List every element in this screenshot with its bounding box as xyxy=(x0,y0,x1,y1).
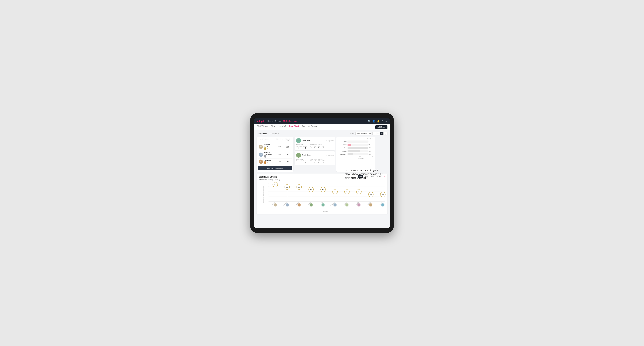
tournament-stat: Tournament 7 xyxy=(296,160,302,163)
card-view-icon[interactable]: ☰ xyxy=(380,132,384,135)
player-card: JC Josh Coles 26 Aug 2023 Total Rounds T… xyxy=(295,151,335,165)
player-name-col: Richard Butler 1 ♥ xyxy=(264,144,273,150)
list-view-icon[interactable]: ≡ xyxy=(376,132,380,135)
practice-stat: Practice 2 xyxy=(304,160,307,163)
app-stat: APP 0 xyxy=(314,160,316,163)
svg-text:5x: 5x xyxy=(310,189,312,190)
rank-badge: 1 xyxy=(264,147,266,150)
avatar: RB xyxy=(296,138,301,143)
col-pb-score: PB SCORE xyxy=(276,138,284,141)
three-col-layout: PLAYER NAME PB SCORE PB AVG SQ RB Richar… xyxy=(256,137,388,172)
player-name-col: Edward Crossman 2 xyxy=(264,152,273,158)
view-leaderboard-button[interactable]: View Full Leaderboard xyxy=(258,166,292,170)
svg-text:M: M xyxy=(358,205,359,206)
streaks-chart: Best Streak, Fairway Accuracy765432107xE… xyxy=(266,182,385,210)
nav-my-performance[interactable]: My Performance xyxy=(283,120,297,123)
team-controls: Show Last 3 months ⋮ ≡ ☰ ◫ xyxy=(350,132,388,135)
svg-text:D: D xyxy=(299,205,300,206)
badge-icon: ♣ xyxy=(267,162,268,163)
player-name: Cameron... xyxy=(264,160,273,161)
player-row[interactable]: EC Edward Crossman 2 18/20 107 xyxy=(258,151,292,159)
player-avg: 103 xyxy=(284,161,291,163)
svg-text:4x: 4x xyxy=(346,191,348,193)
nav-teams[interactable]: Teams xyxy=(275,120,281,123)
ott-stat: OTT 0 xyxy=(310,146,312,149)
nav-home[interactable]: Home xyxy=(268,120,272,123)
player-card-date: 26 Aug 2023 xyxy=(326,155,334,156)
svg-text:4: 4 xyxy=(268,191,268,192)
streaks-title-text: Best Round Streaks xyxy=(259,176,277,178)
team-name: Team Clippd xyxy=(256,133,267,135)
col-player-name: PLAYER NAME xyxy=(259,138,276,141)
avatar: JC xyxy=(296,153,301,158)
rank-badge: 3 xyxy=(264,161,266,164)
rounds-label: Total Rounds xyxy=(296,159,307,160)
search-icon[interactable]: 🔍 xyxy=(368,120,371,123)
ott-val: 0 xyxy=(310,161,312,163)
heart-icon: ♥ xyxy=(267,148,268,149)
edit-icon[interactable]: ✎ xyxy=(278,133,279,135)
add-team-button[interactable]: Add Team xyxy=(376,125,388,129)
sub-nav-all-players[interactable]: All Players xyxy=(308,125,317,129)
players-label: Players xyxy=(266,211,385,212)
player-card-name: Rees Britt xyxy=(302,140,310,142)
rounds-label: Total Rounds xyxy=(296,144,307,145)
svg-text:3x: 3x xyxy=(382,194,384,195)
svg-text:0: 0 xyxy=(268,201,268,202)
user-icon[interactable]: 👤 xyxy=(372,120,375,123)
sub-nav-team-clippd[interactable]: Team Clippd xyxy=(288,125,299,129)
sub-nav-hcaps[interactable]: Hcaps 1-5 xyxy=(278,125,286,129)
practice-activities-group: Total Practice Activities OTT 0 APP xyxy=(310,159,324,163)
player-name-col: Cameron... 3 ♣ xyxy=(264,160,273,164)
nav-bar: clippd Home Teams My Performance 🔍 👤 🔔 ⚙… xyxy=(254,118,390,124)
view-icons: ⋮ ≡ ☰ ◫ xyxy=(372,132,388,135)
grid-view-icon[interactable]: ⋮ xyxy=(372,132,376,135)
col-pb-avg: PB AVG SQ xyxy=(284,138,291,141)
bell-icon[interactable]: 🔔 xyxy=(377,120,380,123)
app-stat: APP 0 xyxy=(314,146,316,149)
arg-stat: ARG 0 xyxy=(318,146,320,149)
practice-activities-group: Total Practice Activities OTT 0 APP xyxy=(310,144,324,149)
svg-text:4x: 4x xyxy=(334,191,336,193)
svg-text:R: R xyxy=(323,205,324,206)
practice-stat: Practice 4 xyxy=(304,146,307,149)
svg-text:1: 1 xyxy=(268,198,268,199)
tournament-stat: Tournament 7 xyxy=(296,146,302,149)
player-card-name: Josh Coles xyxy=(302,154,311,156)
putt-val: 1 xyxy=(322,161,324,163)
svg-text:3x: 3x xyxy=(370,194,372,195)
annotation-text: Here you can see streaks your players ha… xyxy=(345,168,383,180)
profile-icon[interactable]: ● xyxy=(385,120,387,123)
tournament-val: 7 xyxy=(296,161,302,163)
settings-icon[interactable]: ⚙ xyxy=(382,120,384,123)
chart-panel: Total Shots Eagles 3 Birdies 96 Pars 499… xyxy=(336,137,375,172)
rounds-stat-group: Total Rounds Tournament 7 Practice xyxy=(296,144,307,149)
svg-text:5x: 5x xyxy=(322,189,324,190)
svg-text:7: 7 xyxy=(268,183,268,184)
bar-chart: Total Shots Eagles 3 Birdies 96 Pars 499… xyxy=(338,138,374,159)
sub-nav-pgat[interactable]: PGAT Players xyxy=(256,125,268,129)
svg-text:6: 6 xyxy=(268,186,268,187)
player-score: 19/20 xyxy=(274,146,283,148)
avatar: C xyxy=(259,160,263,164)
arg-val: 0 xyxy=(318,161,320,163)
period-select[interactable]: Last 3 months xyxy=(356,132,371,135)
player-card-date: 02 Sep 2023 xyxy=(326,140,334,142)
player-row[interactable]: C Cameron... 3 ♣ 17/20 103 xyxy=(258,159,292,165)
putt-stat: PUTT 1 xyxy=(322,160,324,163)
ott-stat: OTT 0 xyxy=(310,160,312,163)
sub-nav: PGAT Players PGA Hcaps 1-5 Team Clippd T… xyxy=(254,124,390,130)
table-view-icon[interactable]: ◫ xyxy=(384,132,388,135)
sub-nav-tour[interactable]: Tour xyxy=(302,125,306,129)
player-avg: 110 xyxy=(284,146,291,148)
player-score: 18/20 xyxy=(274,154,283,156)
svg-text:2: 2 xyxy=(268,196,268,197)
app-val: 0 xyxy=(314,147,316,149)
player-name: Edward Crossman xyxy=(264,152,273,155)
putt-stat: PUTT 0 xyxy=(322,146,324,149)
practice-activities-label: Total Practice Activities xyxy=(310,144,324,145)
svg-text:4x: 4x xyxy=(358,191,360,193)
practice-val: 2 xyxy=(304,161,307,163)
sub-nav-pga[interactable]: PGA xyxy=(270,125,275,129)
player-row[interactable]: RB Richard Butler 1 ♥ 19/20 110 xyxy=(258,143,292,151)
